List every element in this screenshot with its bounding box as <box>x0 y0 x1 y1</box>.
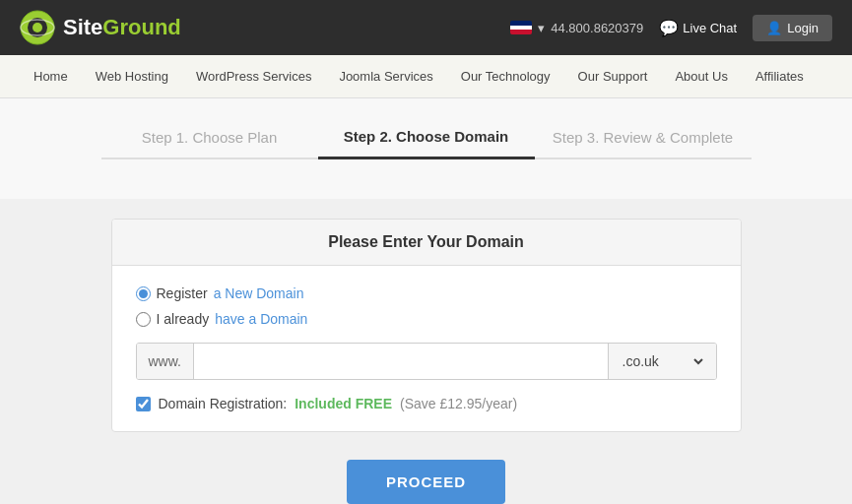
nav-item-web-hosting[interactable]: Web Hosting <box>82 55 182 98</box>
header-right: ▾ 44.800.8620379 💬 Live Chat 👤 Login <box>510 15 832 41</box>
nav-item-our-technology[interactable]: Our Technology <box>447 55 564 98</box>
register-label: Register <box>157 285 208 301</box>
tld-select[interactable]: .co.uk .com .net .org .info <box>619 352 706 370</box>
have-domain-radio[interactable] <box>136 312 151 327</box>
step-2: Step 2. Choose Domain <box>318 128 535 159</box>
flag-phone: ▾ 44.800.8620379 <box>510 21 643 35</box>
user-icon: 👤 <box>766 21 782 35</box>
nav-item-about-us[interactable]: About Us <box>661 55 741 98</box>
already-label: I already <box>157 311 210 327</box>
domain-input-row: www. .co.uk .com .net .org .info <box>136 343 717 380</box>
domain-card-body: Register a New Domain I already have a D… <box>112 266 741 431</box>
flag-icon <box>510 21 532 34</box>
siteground-logo-icon <box>20 10 55 45</box>
live-chat-label: Live Chat <box>683 21 737 35</box>
login-button[interactable]: 👤 Login <box>753 15 832 41</box>
domain-card: Please Enter Your Domain Register a New … <box>111 219 742 432</box>
nav-item-home[interactable]: Home <box>20 55 82 98</box>
have-domain-row: I already have a Domain <box>136 311 717 327</box>
dropdown-arrow[interactable]: ▾ <box>538 21 545 35</box>
new-domain-link[interactable]: a New Domain <box>214 285 304 301</box>
main-content: Please Enter Your Domain Register a New … <box>0 199 852 504</box>
www-prefix: www. <box>137 344 194 379</box>
register-new-domain-row: Register a New Domain <box>136 285 717 301</box>
domain-card-header: Please Enter Your Domain <box>112 220 741 266</box>
step-1: Step 1. Choose Plan <box>101 129 318 159</box>
have-domain-link[interactable]: have a Domain <box>215 311 307 327</box>
nav-item-our-support[interactable]: Our Support <box>564 55 662 98</box>
nav-item-wordpress-services[interactable]: WordPress Services <box>182 55 326 98</box>
domain-input[interactable] <box>194 344 608 379</box>
tld-select-wrap: .co.uk .com .net .org .info <box>608 344 716 379</box>
nav-item-affiliates[interactable]: Affiliates <box>742 55 818 98</box>
proceed-button[interactable]: PROCEED <box>347 460 505 504</box>
registration-label: Domain Registration: <box>159 396 288 411</box>
logo-text: SiteGround <box>63 15 181 40</box>
login-label: Login <box>787 21 819 35</box>
svg-point-2 <box>33 23 42 32</box>
nav-item-joomla-services[interactable]: Joomla Services <box>325 55 446 98</box>
phone-number: 44.800.8620379 <box>551 21 643 35</box>
steps-area: Step 1. Choose Plan Step 2. Choose Domai… <box>0 98 852 199</box>
step-3: Step 3. Review & Complete <box>535 129 752 159</box>
registration-row: Domain Registration: Included FREE (Save… <box>136 396 717 411</box>
domain-registration-checkbox[interactable] <box>136 397 151 411</box>
logo-area: SiteGround <box>20 10 510 45</box>
steps-bar: Step 1. Choose Plan Step 2. Choose Domai… <box>39 128 813 159</box>
header: SiteGround ▾ 44.800.8620379 💬 Live Chat … <box>0 0 852 55</box>
chat-icon: 💬 <box>659 19 679 37</box>
live-chat-button[interactable]: 💬 Live Chat <box>659 19 737 37</box>
register-new-domain-radio[interactable] <box>136 286 151 301</box>
free-text: Included FREE <box>295 396 392 411</box>
main-nav: Home Web Hosting WordPress Services Joom… <box>0 55 852 98</box>
domain-card-title: Please Enter Your Domain <box>328 233 524 250</box>
save-text: (Save £12.95/year) <box>400 396 517 411</box>
